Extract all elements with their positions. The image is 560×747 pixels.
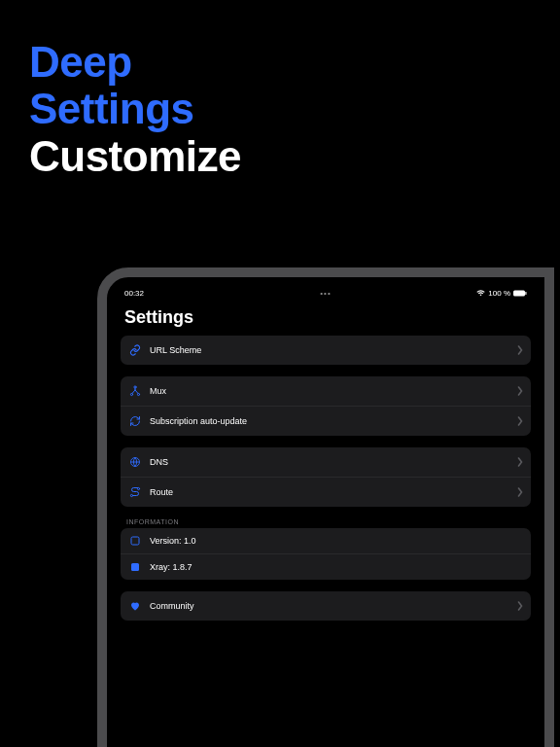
settings-row-label: Xray: 1.8.7 <box>150 562 523 572</box>
svg-rect-9 <box>131 563 139 571</box>
hero-line-1: Deep <box>29 38 132 86</box>
route-icon <box>128 485 142 499</box>
settings-row: Xray: 1.8.7 <box>121 554 531 580</box>
settings-group: URL Scheme <box>121 336 531 365</box>
settings-row[interactable]: Subscription auto-update <box>121 407 531 436</box>
chevron-right-icon <box>517 341 523 359</box>
svg-rect-0 <box>513 291 525 297</box>
status-bar: 00:32 ••• 100 % <box>121 287 531 305</box>
wifi-icon <box>476 290 485 297</box>
settings-row: Version: 1.0 <box>121 528 531 554</box>
settings-row[interactable]: Community <box>121 591 531 621</box>
battery-icon <box>513 290 527 297</box>
svg-rect-8 <box>131 537 139 545</box>
chevron-right-icon <box>517 382 523 400</box>
page-title: Settings <box>121 305 531 336</box>
chevron-right-icon <box>517 597 523 615</box>
link-icon <box>128 343 142 357</box>
refresh-icon <box>128 414 142 428</box>
status-battery-text: 100 % <box>488 289 510 298</box>
hero-line-2: Settings <box>29 85 194 132</box>
group-header: INFORMATION <box>121 518 531 528</box>
settings-group: MuxSubscription auto-update <box>121 376 531 436</box>
settings-row-label: Version: 1.0 <box>150 536 523 546</box>
settings-row-label: Route <box>150 487 517 497</box>
status-dots: ••• <box>297 289 355 298</box>
hero-headline: Deep Settings Customize <box>0 0 560 180</box>
settings-row[interactable]: DNS <box>121 447 531 478</box>
settings-row-label: Community <box>150 601 517 611</box>
settings-row-label: DNS <box>150 457 517 467</box>
branch-icon <box>128 384 142 398</box>
device-frame: 00:32 ••• 100 % Settings URL SchemeMuxSu… <box>97 267 554 747</box>
hero-line-3: Customize <box>29 132 241 180</box>
status-time: 00:32 <box>124 289 183 298</box>
settings-row-label: URL Scheme <box>150 345 517 355</box>
settings-group: Version: 1.0Xray: 1.8.7 <box>121 528 531 580</box>
square-icon <box>128 534 142 548</box>
settings-row[interactable]: Mux <box>121 376 531 407</box>
settings-group: Community <box>121 591 531 621</box>
chevron-right-icon <box>517 453 523 471</box>
settings-row[interactable]: URL Scheme <box>121 336 531 365</box>
settings-row-label: Subscription auto-update <box>150 416 517 426</box>
chevron-right-icon <box>517 483 523 501</box>
settings-row-label: Mux <box>150 386 517 396</box>
status-right: 100 % <box>469 289 527 298</box>
settings-group: DNSRoute <box>121 447 531 507</box>
svg-rect-1 <box>525 292 526 295</box>
globe-icon <box>128 455 142 469</box>
heart-icon <box>128 599 142 613</box>
chevron-right-icon <box>517 412 523 430</box>
settings-row[interactable]: Route <box>121 478 531 507</box>
settings-groups: URL SchemeMuxSubscription auto-updateDNS… <box>121 336 531 621</box>
square-fill-icon <box>128 560 142 574</box>
